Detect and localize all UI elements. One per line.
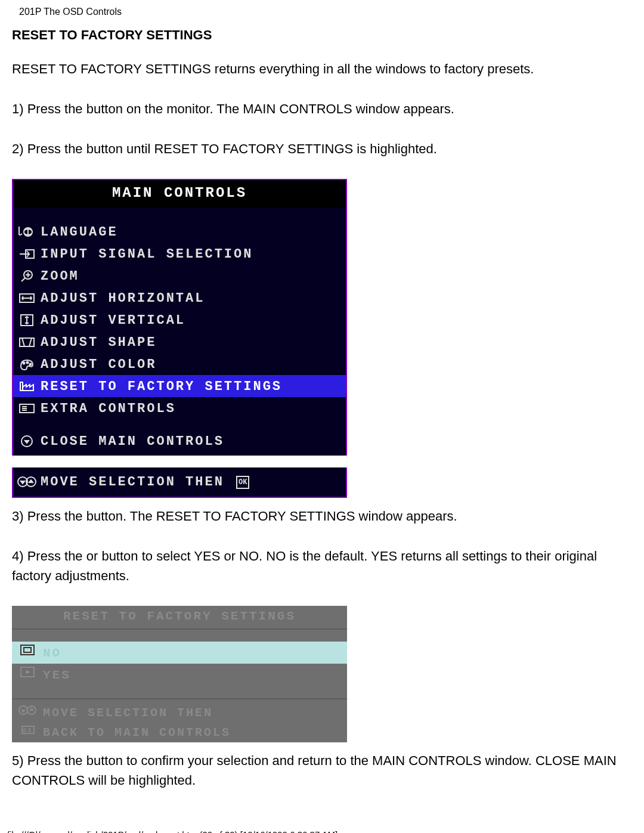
step-4: 4) Press the or button to select YES or … (12, 546, 632, 586)
osd-label: LANGUAGE (41, 221, 346, 242)
divider (12, 698, 347, 699)
svg-point-6 (23, 362, 25, 364)
osd2-row-yes: YES (12, 664, 347, 686)
svg-rect-9 (20, 382, 23, 391)
ok-back-icon: OK (12, 723, 43, 742)
close-icon (13, 435, 41, 448)
osd-label: ZOOM (41, 265, 346, 286)
svg-text:OK: OK (23, 727, 33, 733)
osd2-row-no: NO (12, 642, 347, 664)
osd2-footer-label: MOVE SELECTION THEN (43, 703, 347, 722)
osd-label: ADJUST HORIZONTAL (41, 287, 346, 308)
svg-rect-17 (26, 671, 29, 673)
extra-controls-icon (13, 402, 41, 415)
osd-label: EXTRA CONTROLS (41, 398, 346, 419)
osd-footer-label: MOVE SELECTION THEN (41, 475, 224, 490)
intro-paragraph: RESET TO FACTORY SETTINGS returns everyt… (12, 59, 632, 79)
up-down-icon (13, 475, 41, 488)
osd-row-language: LANGUAGE (13, 221, 346, 243)
svg-rect-14 (21, 645, 34, 655)
osd-row-extra-controls: EXTRA CONTROLS (13, 397, 346, 419)
osd-row-adjust-horizontal: ADJUST HORIZONTAL (13, 287, 346, 309)
section-title: RESET TO FACTORY SETTINGS (12, 25, 632, 45)
osd2-footer-move: MOVE SELECTION THEN (12, 703, 347, 723)
step-1: 1) Press the button on the monitor. The … (12, 99, 632, 119)
osd-label: CLOSE MAIN CONTROLS (41, 431, 346, 451)
osd2-label: NO (43, 643, 347, 663)
osd-label: ADJUST COLOR (41, 354, 346, 374)
osd-label: INPUT SIGNAL SELECTION (41, 243, 346, 264)
step-3: 3) Press the button. The RESET TO FACTOR… (12, 506, 632, 526)
factory-icon (13, 380, 41, 393)
adjust-horizontal-icon (13, 292, 41, 305)
osd2-title: RESET TO FACTORY SETTINGS (12, 606, 347, 630)
svg-point-8 (30, 363, 32, 365)
osd2-footer-label: BACK TO MAIN CONTROLS (43, 723, 347, 742)
osd-footer-text: MOVE SELECTION THEN OK (41, 471, 346, 492)
adjust-shape-icon (13, 336, 41, 349)
adjust-vertical-icon (13, 314, 41, 327)
checkbox-no-icon (12, 643, 43, 662)
osd2-footer-back: OK BACK TO MAIN CONTROLS (12, 723, 347, 742)
osd-row-reset-factory: RESET TO FACTORY SETTINGS (13, 375, 346, 397)
osd-label: RESET TO FACTORY SETTINGS (41, 376, 346, 397)
language-icon (13, 225, 41, 239)
step-2: 2) Press the button until RESET TO FACTO… (12, 139, 632, 159)
osd-row-adjust-shape: ADJUST SHAPE (13, 331, 346, 353)
osd-row-close: CLOSE MAIN CONTROLS (13, 430, 346, 452)
ok-icon: OK (236, 476, 249, 489)
osd-reset-factory: RESET TO FACTORY SETTINGS NO YES MOVE SE… (12, 606, 347, 742)
osd-footer: MOVE SELECTION THEN OK (12, 467, 347, 498)
up-down-icon (12, 703, 43, 723)
page-header: 201P The OSD Controls (12, 0, 632, 19)
osd-title: MAIN CONTROLS (13, 180, 346, 208)
osd-label: ADJUST VERTICAL (41, 309, 346, 330)
checkbox-yes-icon (12, 665, 43, 685)
osd-main-controls: MAIN CONTROLS LANGUAGE INPUT SIGNAL SELE… (12, 179, 347, 498)
osd-label: ADJUST SHAPE (41, 332, 346, 352)
page-footer: file:///G|/manual/english/201P/osd/osd_c… (0, 810, 644, 834)
osd-row-zoom: ZOOM (13, 265, 346, 287)
zoom-icon (13, 270, 41, 283)
svg-point-7 (27, 361, 29, 363)
osd-row-input-signal: INPUT SIGNAL SELECTION (13, 243, 346, 265)
adjust-color-icon (13, 358, 41, 371)
input-signal-icon (13, 247, 41, 261)
osd2-label: YES (43, 665, 347, 685)
osd-row-adjust-vertical: ADJUST VERTICAL (13, 309, 346, 331)
step-5: 5) Press the button to confirm your sele… (12, 751, 632, 790)
osd-row-adjust-color: ADJUST COLOR (13, 353, 346, 375)
svg-rect-15 (24, 648, 31, 652)
